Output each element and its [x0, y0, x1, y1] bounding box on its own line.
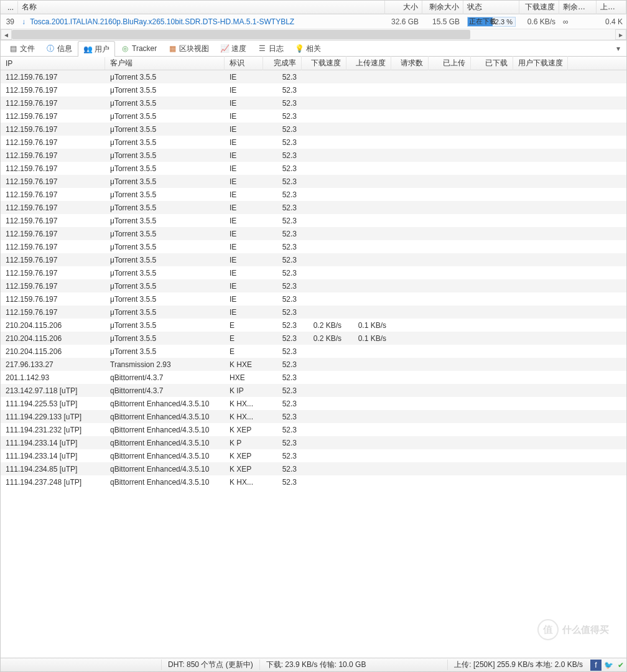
peer-row[interactable]: 210.204.115.206μTorrent 3.5.5E52.30.2 KB… [1, 319, 626, 332]
scroll-track[interactable] [12, 29, 615, 40]
peer-downloaded [471, 429, 513, 431]
peer-row[interactable]: 112.159.76.197μTorrent 3.5.5IE52.3 [1, 266, 626, 279]
col-size[interactable]: 大小 [385, 0, 422, 14]
peer-row[interactable]: 201.1.142.93qBittorrent/4.3.7HXE52.3 [1, 371, 626, 384]
peer-row[interactable]: 112.159.76.197μTorrent 3.5.5IE52.3 [1, 292, 626, 306]
hdr-downloaded[interactable]: 已下载 [471, 56, 513, 70]
peer-row[interactable]: 210.204.115.206μTorrent 3.5.5E52.30.2 KB… [1, 332, 626, 345]
hdr-req[interactable]: 请求数 [391, 56, 429, 70]
tab-pieces[interactable]: ▦区块视图 [162, 40, 215, 57]
peer-row[interactable]: 112.159.76.197μTorrent 3.5.5IE52.3 [1, 110, 626, 123]
peer-row[interactable]: 112.159.76.197μTorrent 3.5.5IE52.3 [1, 83, 626, 96]
peer-row[interactable]: 112.159.76.197μTorrent 3.5.5IE52.3 [1, 149, 626, 162]
peer-row[interactable]: 111.194.231.232 [uTP]qBittorrent Enhance… [1, 423, 626, 436]
peer-row[interactable]: 112.159.76.197μTorrent 3.5.5IE52.3 [1, 123, 626, 136]
peer-row[interactable]: 112.159.76.197μTorrent 3.5.5IE52.3 [1, 279, 626, 292]
peer-row[interactable]: 210.204.115.206μTorrent 3.5.5E52.3 [1, 345, 626, 358]
tab-info[interactable]: ⓘ信息 [40, 40, 78, 57]
peer-row[interactable]: 112.159.76.197μTorrent 3.5.5IE52.3 [1, 70, 626, 83]
col-seq[interactable]: ... [1, 1, 18, 14]
peer-row[interactable]: 112.159.76.197μTorrent 3.5.5IE52.3 [1, 227, 626, 240]
tab-speed[interactable]: 📈速度 [215, 40, 252, 57]
peer-table-body[interactable]: 112.159.76.197μTorrent 3.5.5IE52.3112.15… [1, 70, 626, 658]
facebook-icon[interactable]: f [590, 660, 601, 671]
hdr-peerdl[interactable]: 用户下载速度 [513, 56, 568, 70]
hscrollbar[interactable]: ◂ ▸ [1, 29, 626, 40]
peer-req [391, 76, 429, 78]
scroll-left-icon[interactable]: ◂ [1, 29, 12, 40]
peer-row[interactable]: 112.159.76.197μTorrent 3.5.5IE52.3 [1, 306, 626, 319]
peer-progress: 52.3 [263, 215, 302, 226]
col-rem-time[interactable]: 剩余时间 [559, 0, 597, 14]
tab-tracker[interactable]: ◎Tracker [115, 41, 162, 55]
peer-ul: 0.1 KB/s [346, 333, 391, 344]
tab-users[interactable]: 👥用户 [78, 41, 115, 57]
peer-row[interactable]: 111.194.233.14 [uTP]qBittorrent Enhanced… [1, 449, 626, 462]
peer-ul [346, 311, 391, 314]
scroll-right-icon[interactable]: ▸ [615, 29, 626, 40]
peer-uploaded [429, 259, 471, 261]
peer-req [391, 324, 429, 327]
col-name[interactable]: 名称 [18, 0, 385, 14]
peer-client: qBittorrent Enhanced/4.3.5.10 [105, 398, 225, 409]
peer-ip: 111.194.225.53 [uTP] [1, 398, 105, 409]
peer-ip: 213.142.97.118 [uTP] [1, 385, 105, 396]
peer-downloaded [471, 246, 513, 248]
peer-client: Transmission 2.93 [105, 359, 225, 370]
hdr-dl[interactable]: 下载速度 [302, 56, 346, 70]
col-remaining[interactable]: 剩余大小 [422, 0, 463, 14]
peer-downloaded [471, 442, 513, 444]
hdr-client[interactable]: 客户端 [105, 56, 225, 70]
status-upload[interactable]: 上传: [250K] 255.9 KB/s 本地: 2.0 KB/s [447, 660, 589, 670]
peer-dl: 0.2 KB/s [302, 333, 346, 344]
peer-row[interactable]: 111.194.225.53 [uTP]qBittorrent Enhanced… [1, 397, 626, 410]
peer-row[interactable]: 217.96.133.27Transmission 2.93K HXE52.3 [1, 358, 626, 371]
peer-row[interactable]: 112.159.76.197μTorrent 3.5.5IE52.3 [1, 136, 626, 149]
peer-downloaded [471, 363, 513, 366]
peer-row[interactable]: 213.142.97.118 [uTP]qBittorrent/4.3.7K I… [1, 384, 626, 397]
hdr-uploaded[interactable]: 已上传 [429, 56, 471, 70]
tab-log-label: 日志 [269, 44, 284, 54]
peer-row[interactable]: 112.159.76.197μTorrent 3.5.5IE52.3 [1, 175, 626, 188]
peer-peerdl [513, 272, 568, 274]
tabs-overflow-button[interactable]: ▾ [613, 44, 624, 53]
peer-flag: IE [225, 85, 263, 96]
task-row[interactable]: 39 ↓ Tosca.2001.ITALIAN.2160p.BluRay.x26… [1, 14, 626, 29]
hdr-ul[interactable]: 上传速度 [346, 56, 391, 70]
peer-row[interactable]: 112.159.76.197μTorrent 3.5.5IE52.3 [1, 188, 626, 201]
col-ul-speed[interactable]: 上传速 [597, 0, 626, 14]
status-dht[interactable]: DHT: 850 个节点 (更新中) [161, 660, 259, 670]
tab-file[interactable]: ▤文件 [3, 40, 40, 57]
col-dl-speed[interactable]: 下载速度 [519, 0, 559, 14]
peer-row[interactable]: 112.159.76.197μTorrent 3.5.5IE52.3 [1, 96, 626, 110]
hdr-progress[interactable]: 完成率 [263, 56, 302, 70]
peer-row[interactable]: 111.194.234.85 [uTP]qBittorrent Enhanced… [1, 462, 626, 475]
scroll-thumb[interactable] [12, 30, 470, 39]
peer-progress: 52.3 [263, 72, 302, 83]
peer-ul [346, 416, 391, 418]
peer-uploaded [429, 180, 471, 183]
peer-dl [302, 285, 346, 287]
peer-row[interactable]: 112.159.76.197μTorrent 3.5.5IE52.3 [1, 214, 626, 227]
peer-row[interactable]: 111.194.237.248 [uTP]qBittorrent Enhance… [1, 475, 626, 488]
status-download[interactable]: 下载: 23.9 KB/s 传输: 10.0 GB [259, 660, 373, 670]
peer-row[interactable]: 111.194.229.133 [uTP]qBittorrent Enhance… [1, 410, 626, 423]
hdr-flag[interactable]: 标识 [225, 56, 263, 70]
network-ok-icon[interactable]: ✔ [615, 660, 626, 671]
peer-row[interactable]: 112.159.76.197μTorrent 3.5.5IE52.3 [1, 162, 626, 175]
tab-related[interactable]: 💡相关 [289, 40, 327, 57]
peer-uploaded [429, 324, 471, 327]
peer-row[interactable]: 111.194.233.14 [uTP]qBittorrent Enhanced… [1, 436, 626, 449]
tab-log[interactable]: ☰日志 [252, 40, 289, 57]
peer-dl [302, 207, 346, 209]
peer-dl [302, 442, 346, 444]
peer-dl [302, 481, 346, 483]
hdr-ip[interactable]: IP [1, 57, 105, 70]
col-status[interactable]: 状态 [463, 0, 519, 14]
peer-row[interactable]: 112.159.76.197μTorrent 3.5.5IE52.3 [1, 240, 626, 253]
task-ul-speed: 0.4 K [597, 16, 626, 28]
peer-progress: 52.3 [263, 477, 302, 488]
peer-row[interactable]: 112.159.76.197μTorrent 3.5.5IE52.3 [1, 253, 626, 266]
peer-row[interactable]: 112.159.76.197μTorrent 3.5.5IE52.3 [1, 201, 626, 214]
twitter-icon[interactable]: 🐦 [603, 660, 614, 671]
